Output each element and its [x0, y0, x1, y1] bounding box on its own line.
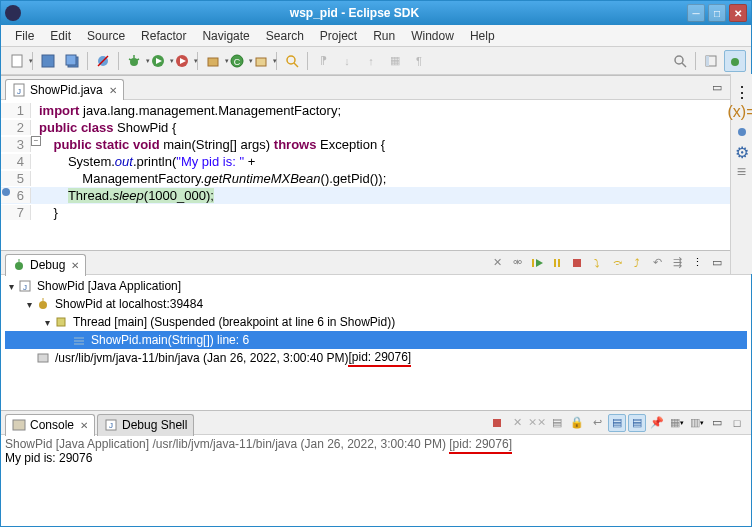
remove-all-button[interactable]: ⨯⨯ [528, 414, 546, 432]
close-tab-icon[interactable]: ✕ [71, 260, 79, 271]
resume-button[interactable] [528, 254, 546, 272]
console-tab[interactable]: Console ✕ [5, 414, 95, 436]
variables-icon[interactable]: (x)= [734, 104, 750, 120]
code-editor[interactable]: − 1import java.lang.management.Managemen… [1, 100, 751, 250]
outline-icon[interactable]: ≡ [734, 164, 750, 180]
debug-shell-tab[interactable]: J Debug Shell [97, 414, 194, 436]
use-step-filters-button[interactable]: ⇶ [668, 254, 686, 272]
disconnect-button[interactable]: ⚮ [508, 254, 526, 272]
code-line[interactable]: public class ShowPid { [31, 120, 176, 135]
menu-help[interactable]: Help [462, 26, 503, 46]
terminate-console-button[interactable] [488, 414, 506, 432]
step-return-button[interactable]: ⤴ [628, 254, 646, 272]
block-select-button[interactable]: ▦ [384, 50, 406, 72]
menu-source[interactable]: Source [79, 26, 133, 46]
minimize-pane-icon[interactable]: ▭ [709, 80, 725, 96]
show-whitespace-button[interactable]: ¶ [408, 50, 430, 72]
svg-point-27 [2, 188, 10, 196]
minimize-pane-icon[interactable]: ▭ [709, 255, 725, 271]
new-button[interactable]: ▾ [6, 50, 28, 72]
breakpoints-icon[interactable] [734, 124, 750, 140]
code-line[interactable]: import java.lang.management.ManagementFa… [31, 103, 341, 118]
show-console-stdout-button[interactable]: ▤ [608, 414, 626, 432]
fold-toggle-icon[interactable]: − [31, 136, 41, 146]
breakpoint-marker-icon[interactable] [1, 187, 11, 197]
menu-edit[interactable]: Edit [42, 26, 79, 46]
prev-annotation-button[interactable]: ↑ [360, 50, 382, 72]
display-console-button[interactable]: ▦▾ [668, 414, 686, 432]
window-title: wsp_pid - Eclipse SDK [290, 6, 419, 20]
debug-tree-row[interactable]: /usr/lib/jvm/java-11/bin/java (Jan 26, 2… [5, 349, 747, 367]
svg-rect-0 [12, 55, 22, 67]
save-all-button[interactable] [61, 50, 83, 72]
menu-project[interactable]: Project [312, 26, 365, 46]
tree-node-icon [71, 333, 87, 347]
drop-to-frame-button[interactable]: ↶ [648, 254, 666, 272]
code-line[interactable]: System.out.println("My pid is: " + [31, 154, 255, 169]
tree-node-icon: J [17, 279, 33, 293]
code-line[interactable]: } [31, 205, 58, 220]
search-button[interactable] [281, 50, 303, 72]
menu-icon[interactable]: ⋮ [734, 84, 750, 100]
open-perspective-button[interactable] [700, 50, 722, 72]
run-button[interactable]: ▾ [147, 50, 169, 72]
svg-rect-43 [74, 343, 84, 345]
menu-search[interactable]: Search [258, 26, 312, 46]
menu-file[interactable]: File [7, 26, 42, 46]
maximize-button[interactable]: □ [708, 4, 726, 22]
next-annotation-button[interactable]: ↓ [336, 50, 358, 72]
open-console-button[interactable]: ▥▾ [688, 414, 706, 432]
save-button[interactable] [37, 50, 59, 72]
svg-point-18 [287, 56, 295, 64]
svg-marker-32 [536, 259, 543, 267]
debug-button[interactable]: ▾ [123, 50, 145, 72]
view-menu-icon[interactable]: ⋮ [688, 254, 706, 272]
new-class-button[interactable]: C▾ [226, 50, 248, 72]
debug-tab[interactable]: Debug ✕ [5, 254, 86, 276]
debug-tree[interactable]: ▾JShowPid [Java Application]▾ShowPid at … [1, 275, 751, 410]
close-button[interactable]: ✕ [729, 4, 747, 22]
expressions-icon[interactable]: ⚙ [734, 144, 750, 160]
debug-icon [12, 258, 26, 272]
code-line[interactable]: Thread.sleep(1000_000); [31, 188, 214, 203]
maximize-pane-icon[interactable]: □ [729, 415, 745, 431]
debug-perspective-button[interactable] [724, 50, 746, 72]
skip-breakpoints-button[interactable] [92, 50, 114, 72]
terminate-button[interactable] [568, 254, 586, 272]
close-tab-icon[interactable]: ✕ [109, 85, 117, 96]
new-package-button[interactable]: ▾ [202, 50, 224, 72]
debug-tree-row[interactable]: ShowPid.main(String[]) line: 6 [5, 331, 747, 349]
step-into-button[interactable]: ⤵ [588, 254, 606, 272]
debug-tree-row[interactable]: ▾JShowPid [Java Application] [5, 277, 747, 295]
eclipse-logo-icon [5, 5, 21, 21]
debug-tree-row[interactable]: ▾Thread [main] (Suspended (breakpoint at… [5, 313, 747, 331]
show-console-stderr-button[interactable]: ▤ [628, 414, 646, 432]
remove-launch-button[interactable]: ✕ [508, 414, 526, 432]
toggle-mark-button[interactable]: ⁋ [312, 50, 334, 72]
code-line[interactable]: public static void main(String[] args) t… [31, 137, 385, 152]
word-wrap-button[interactable]: ↩ [588, 414, 606, 432]
editor-tab[interactable]: J ShowPid.java ✕ [5, 79, 124, 101]
clear-console-button[interactable]: ▤ [548, 414, 566, 432]
minimize-button[interactable]: ─ [687, 4, 705, 22]
debug-tree-row[interactable]: ▾ShowPid at localhost:39484 [5, 295, 747, 313]
coverage-button[interactable]: ▾ [171, 50, 193, 72]
console-output[interactable]: ShowPid [Java Application] /usr/lib/jvm/… [1, 435, 751, 526]
minimize-pane-icon[interactable]: ▭ [709, 415, 725, 431]
menu-navigate[interactable]: Navigate [194, 26, 257, 46]
menu-refactor[interactable]: Refactor [133, 26, 194, 46]
menu-run[interactable]: Run [365, 26, 403, 46]
quick-access-button[interactable] [669, 50, 691, 72]
pin-console-button[interactable]: 📌 [648, 414, 666, 432]
svg-point-38 [39, 301, 47, 309]
scroll-lock-button[interactable]: 🔒 [568, 414, 586, 432]
step-over-button[interactable]: ⤼ [608, 254, 626, 272]
open-type-button[interactable]: ▾ [250, 50, 272, 72]
line-number: 7 [1, 205, 31, 220]
close-tab-icon[interactable]: ✕ [80, 420, 88, 431]
menu-window[interactable]: Window [403, 26, 462, 46]
suspend-button[interactable] [548, 254, 566, 272]
remove-terminated-button[interactable]: ✕ [488, 254, 506, 272]
svg-text:C: C [234, 57, 241, 67]
code-line[interactable]: ManagementFactory.getRuntimeMXBean().get… [31, 171, 386, 186]
